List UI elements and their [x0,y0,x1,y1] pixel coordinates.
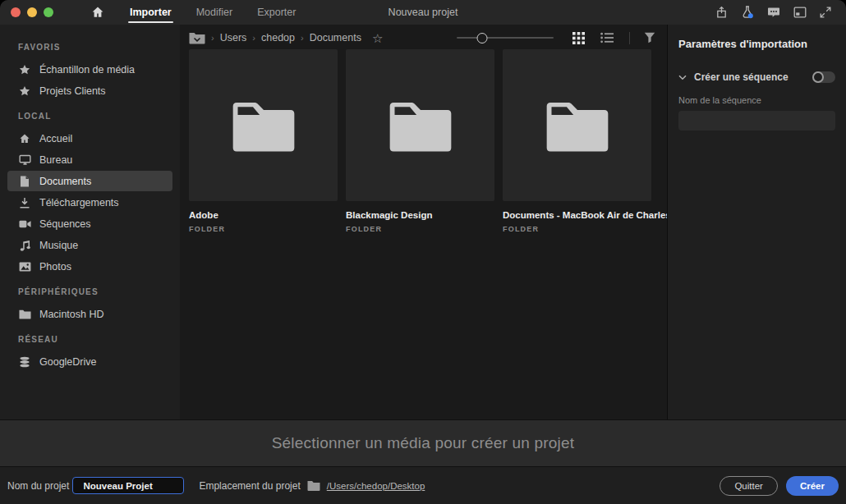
star-icon [18,85,31,97]
sequence-name-input[interactable] [678,111,835,131]
tab-importer[interactable]: Importer [117,0,184,25]
breadcrumb-segment-chedop[interactable]: chedop [261,32,295,44]
sidebar-item-projets-clients[interactable]: Projets Clients [7,80,172,101]
status-message: Sélectionner un média pour créer un proj… [272,434,575,452]
folder-tile-blackmagic-design: Blackmagic Design FOLDER [346,49,494,233]
folder-icon [544,99,611,152]
sidebar-item-musique[interactable]: Musique [7,235,172,255]
sidebar-item-accueil[interactable]: Accueil [7,128,172,149]
project-location-label: Emplacement du projet [199,480,300,492]
titlebar: Importer Modifier Exporter Nouveau proje… [0,0,846,25]
sidebar-item-label: GoogleDrive [39,356,96,368]
sidebar-item-label: Échantillon de média [39,64,135,76]
folder-type-label: FOLDER [189,225,338,233]
sidebar-item-label: Accueil [39,133,72,144]
folder-thumbnail[interactable] [346,49,494,201]
import-settings-panel: Paramètres d'importation Créer une séque… [667,25,846,419]
sidebar-item-telechargements[interactable]: Téléchargements [7,192,172,213]
sidebar-item-sequences[interactable]: Séquences [7,213,172,234]
content-row: FAVORIS Échantillon de média Projets Cli… [0,25,846,419]
folder-grid: Adobe FOLDER Blackmagic Design FOLDER [180,49,667,233]
create-sequence-label: Créer une séquence [694,71,805,83]
section-header-reseau: RÉSEAU [0,325,180,351]
share-icon[interactable] [715,6,728,19]
tab-exporter[interactable]: Exporter [245,0,308,25]
home-button[interactable] [91,6,104,19]
create-sequence-toggle[interactable] [812,71,835,83]
close-window-button[interactable] [11,7,21,17]
create-sequence-row: Créer une séquence [678,71,835,83]
workspace-icon[interactable] [793,7,807,18]
media-browser: › Users › chedop › Documents ☆ [180,25,667,419]
footer-actions: Quitter Créer [720,476,839,496]
sidebar: FAVORIS Échantillon de média Projets Cli… [0,25,180,419]
folder-tile-adobe: Adobe FOLDER [189,49,338,233]
toolbar-divider [629,32,630,44]
sidebar-item-echantillon-de-media[interactable]: Échantillon de média [7,59,172,80]
recent-locations-dropdown[interactable] [189,32,205,44]
folder-icon [18,309,31,319]
filter-funnel-icon[interactable] [644,32,655,44]
sidebar-item-label: Musique [39,240,78,251]
section-header-favoris: FAVORIS [0,33,180,58]
download-icon [18,197,31,208]
breadcrumb-separator: › [211,33,214,43]
sidebar-item-documents[interactable]: Documents [7,171,172,191]
folder-thumbnail[interactable] [189,49,338,201]
sidebar-item-label: Photos [39,261,71,273]
grid-view-icon[interactable] [572,32,585,44]
breadcrumb-bar: › Users › chedop › Documents ☆ [180,25,667,49]
list-view-icon[interactable] [600,32,614,44]
monitor-icon [18,154,31,166]
sidebar-item-label: Documents [39,176,91,187]
folder-tile-documents-macbook: Documents - MacBook Air de Charles-E... … [503,49,651,233]
folder-type-label: FOLDER [503,225,651,233]
fullscreen-icon[interactable] [820,7,831,18]
sidebar-item-label: Macintosh HD [39,309,104,320]
breadcrumb-segment-documents[interactable]: Documents [310,32,361,44]
home-icon [91,6,104,19]
sidebar-item-label: Projets Clients [39,85,106,97]
chevron-down-icon[interactable] [678,75,687,80]
folder-type-label: FOLDER [346,225,494,233]
sidebar-item-label: Bureau [39,154,72,166]
add-favorite-star-icon[interactable]: ☆ [372,32,383,44]
mode-tabs: Importer Modifier Exporter [117,0,308,25]
home-icon [18,133,31,144]
breadcrumb-segment-users[interactable]: Users [220,32,247,44]
feedback-icon[interactable] [767,7,780,19]
photo-icon [18,262,31,272]
sidebar-item-macintosh-hd[interactable]: Macintosh HD [7,304,172,324]
beta-flask-icon[interactable] [741,6,754,19]
sequence-name-label: Nom de la séquence [678,95,835,105]
slider-track [457,37,554,39]
folder-thumbnail[interactable] [503,49,651,201]
section-header-peripheriques: PÉRIPHÉRIQUES [0,277,180,303]
sidebar-item-googledrive[interactable]: GoogleDrive [7,351,172,372]
project-location-link[interactable]: /Users/chedop/Desktop [327,481,425,491]
folder-name[interactable]: Documents - MacBook Air de Charles-E... [503,210,651,220]
sidebar-item-label: Téléchargements [39,197,119,208]
folder-name[interactable]: Adobe [189,210,338,220]
section-header-local: LOCAL [0,102,180,127]
tab-modifier[interactable]: Modifier [184,0,245,25]
panel-title: Paramètres d'importation [678,36,835,50]
zoom-window-button[interactable] [44,7,53,17]
breadcrumb-separator: › [301,33,304,43]
minimize-window-button[interactable] [27,7,37,17]
toggle-knob [812,71,824,83]
sidebar-item-photos[interactable]: Photos [7,256,172,277]
titlebar-actions [715,6,846,19]
drive-stack-icon [18,356,31,368]
slider-thumb[interactable] [476,33,487,44]
project-name-input[interactable] [72,477,184,494]
create-button[interactable]: Créer [786,476,839,496]
app-window: Importer Modifier Exporter Nouveau proje… [0,0,846,504]
project-name-label: Nom du projet [7,480,69,492]
sidebar-item-bureau[interactable]: Bureau [7,149,172,170]
folder-icon [307,480,320,491]
quit-button[interactable]: Quitter [720,476,778,496]
folder-name[interactable]: Blackmagic Design [346,210,494,220]
thumbnail-size-slider[interactable] [457,32,554,44]
sidebar-item-label: Séquences [39,218,91,230]
